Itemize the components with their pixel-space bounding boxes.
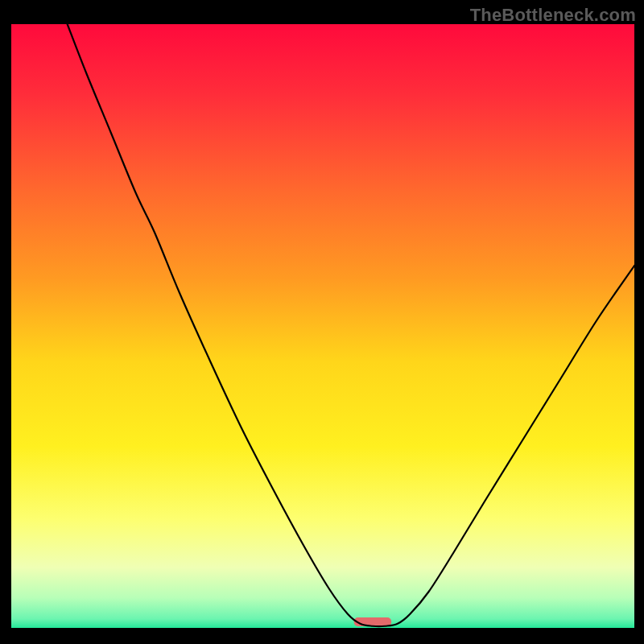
chart-background bbox=[11, 24, 634, 628]
target-marker bbox=[354, 617, 391, 626]
watermark-text: TheBottleneck.com bbox=[470, 5, 636, 26]
chart-svg bbox=[11, 24, 634, 628]
plot-area bbox=[11, 24, 634, 628]
chart-container: TheBottleneck.com bbox=[0, 0, 644, 644]
